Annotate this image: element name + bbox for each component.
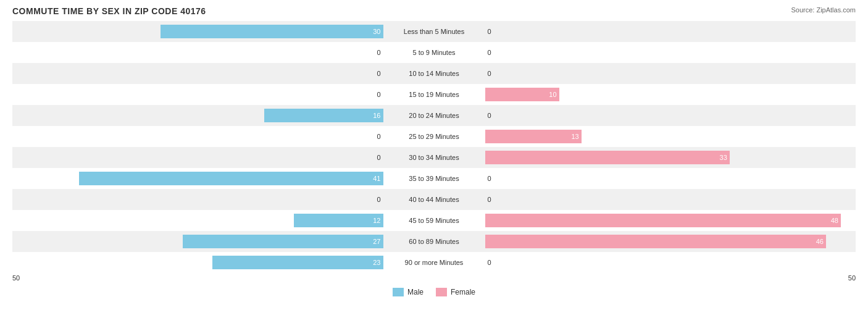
bar-row: 030 to 34 Minutes33: [12, 147, 856, 168]
female-bar-value: 46: [816, 238, 824, 245]
bar-row: 010 to 14 Minutes0: [12, 63, 856, 84]
legend-male: Male: [393, 288, 424, 296]
bar-row: 2760 to 89 Minutes46: [12, 231, 856, 252]
male-bar-value: 0: [377, 49, 380, 56]
bar-row: 2390 or more Minutes0: [12, 252, 856, 273]
legend-male-label: Male: [407, 288, 424, 296]
female-bar: 46: [485, 235, 826, 248]
male-bar-value: 0: [377, 91, 380, 98]
row-label: 15 to 19 Minutes: [383, 91, 485, 98]
male-bar: 30: [161, 25, 383, 38]
male-bar-value: 27: [373, 238, 380, 245]
female-section: 0: [485, 21, 856, 42]
row-label: 10 to 14 Minutes: [383, 70, 485, 77]
axis-label-right: 50: [483, 274, 856, 282]
row-label: 25 to 29 Minutes: [383, 133, 485, 140]
male-section: 16: [12, 105, 383, 126]
male-bar: 27: [183, 235, 383, 248]
male-bar-value: 0: [377, 196, 380, 203]
male-section: 12: [12, 210, 383, 231]
male-section: 0: [12, 63, 383, 84]
male-bar-value: 16: [373, 112, 380, 119]
bar-row: 1245 to 59 Minutes48: [12, 210, 856, 231]
bar-row: 040 to 44 Minutes0: [12, 189, 856, 210]
bar-row: 025 to 29 Minutes13: [12, 126, 856, 147]
female-bar-value: 0: [488, 28, 491, 35]
male-bar: 23: [212, 256, 383, 269]
male-bar-value: 30: [373, 28, 380, 35]
row-label: 40 to 44 Minutes: [383, 196, 485, 203]
female-bar-value: 13: [571, 133, 578, 140]
male-bar: 12: [294, 214, 383, 227]
row-label: 30 to 34 Minutes: [383, 154, 485, 161]
legend: Male Female: [12, 288, 856, 296]
rows-wrapper: 30Less than 5 Minutes005 to 9 Minutes001…: [12, 21, 856, 273]
female-bar: 13: [485, 130, 582, 143]
axis-labels: 50 50: [12, 273, 856, 283]
female-bar: 33: [485, 151, 730, 164]
male-bar-value: 0: [377, 70, 380, 77]
male-bar-value: 23: [373, 259, 380, 266]
bar-row: 4135 to 39 Minutes0: [12, 168, 856, 189]
row-label: 90 or more Minutes: [383, 259, 485, 266]
row-label: 45 to 59 Minutes: [383, 217, 485, 224]
source-text: Source: ZipAtlas.com: [791, 6, 856, 14]
male-section: 41: [12, 168, 383, 189]
female-color-box: [436, 288, 447, 296]
legend-female-label: Female: [451, 288, 475, 296]
male-bar-value: 41: [373, 175, 380, 182]
male-section: 0: [12, 42, 383, 63]
male-color-box: [393, 288, 404, 296]
female-section: 33: [485, 147, 856, 168]
female-section: 0: [485, 168, 856, 189]
female-section: 46: [485, 231, 856, 252]
female-section: 0: [485, 252, 856, 273]
legend-female: Female: [436, 288, 475, 296]
female-bar-value: 0: [488, 196, 491, 203]
female-section: 0: [485, 63, 856, 84]
female-section: 0: [485, 105, 856, 126]
row-label: Less than 5 Minutes: [383, 28, 485, 35]
male-bar-value: 0: [377, 133, 380, 140]
row-label: 5 to 9 Minutes: [383, 49, 485, 56]
row-label: 60 to 89 Minutes: [383, 238, 485, 245]
female-bar-value: 10: [549, 91, 556, 98]
male-section: 23: [12, 252, 383, 273]
male-bar-value: 0: [377, 154, 380, 161]
male-section: 0: [12, 147, 383, 168]
female-bar: 48: [485, 214, 841, 227]
female-bar-value: 0: [488, 70, 491, 77]
male-bar: 41: [79, 172, 383, 185]
female-bar: 10: [485, 88, 559, 101]
male-bar: 16: [264, 109, 383, 122]
female-bar-value: 48: [831, 217, 838, 224]
female-section: 10: [485, 84, 856, 105]
chart-title: COMMUTE TIME BY SEX IN ZIP CODE 40176: [12, 6, 856, 16]
male-section: 27: [12, 231, 383, 252]
female-section: 0: [485, 42, 856, 63]
female-section: 13: [485, 126, 856, 147]
male-section: 30: [12, 21, 383, 42]
female-bar-value: 0: [488, 175, 491, 182]
female-section: 0: [485, 189, 856, 210]
row-label: 35 to 39 Minutes: [383, 175, 485, 182]
female-bar-value: 33: [720, 154, 727, 161]
male-bar-value: 12: [373, 217, 380, 224]
row-label: 20 to 24 Minutes: [383, 112, 485, 119]
male-section: 0: [12, 84, 383, 105]
male-section: 0: [12, 126, 383, 147]
female-bar-value: 0: [488, 112, 491, 119]
chart-container: COMMUTE TIME BY SEX IN ZIP CODE 40176 So…: [0, 0, 868, 323]
male-section: 0: [12, 189, 383, 210]
female-section: 48: [485, 210, 856, 231]
female-bar-value: 0: [488, 259, 491, 266]
bar-row: 015 to 19 Minutes10: [12, 84, 856, 105]
bar-row: 30Less than 5 Minutes0: [12, 21, 856, 42]
bar-row: 05 to 9 Minutes0: [12, 42, 856, 63]
bar-row: 1620 to 24 Minutes0: [12, 105, 856, 126]
axis-label-left: 50: [12, 274, 385, 282]
female-bar-value: 0: [488, 49, 491, 56]
